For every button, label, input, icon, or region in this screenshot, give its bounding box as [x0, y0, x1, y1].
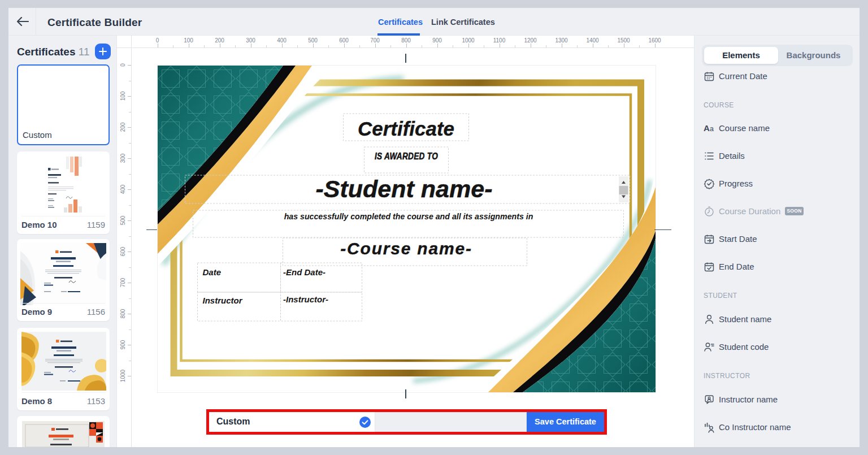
svg-text:IS AWARDED TO: IS AWARDED TO: [374, 151, 437, 162]
svg-text:A: A: [704, 123, 710, 133]
svg-text:has successfully completed the: has successfully completed the course an…: [284, 212, 533, 221]
svg-text:-Instructor-: -Instructor-: [283, 294, 328, 304]
svg-text:-End Date-: -End Date-: [283, 267, 326, 277]
svg-text:-Course name-: -Course name-: [340, 239, 472, 258]
svg-text:-Student name-: -Student name-: [315, 175, 492, 202]
svg-text:Instructor: Instructor: [202, 296, 242, 305]
svg-text:a: a: [710, 125, 714, 133]
svg-text:Certificate: Certificate: [357, 118, 454, 140]
svg-text:Date: Date: [202, 267, 221, 277]
